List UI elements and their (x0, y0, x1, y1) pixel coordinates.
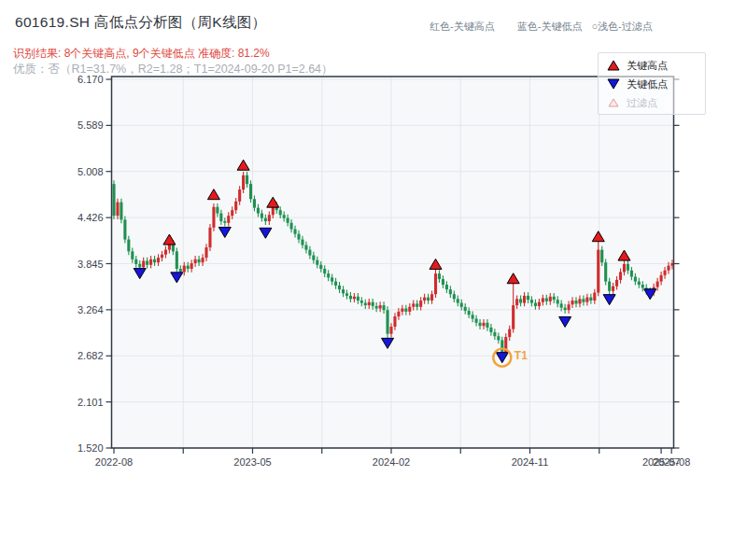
candle-body (615, 280, 618, 287)
y-tick-label: 2.101 (55, 396, 104, 409)
candle-body (453, 294, 456, 299)
candle-body (530, 300, 533, 302)
x-tick-label: 2025-08 (644, 455, 698, 469)
candle-body (138, 264, 141, 267)
quality-summary: 优质：否（R1=31.7%，R2=1.28；T1=2024-09-20 P1=2… (13, 62, 333, 77)
candle-body (585, 298, 588, 302)
candle-body (508, 329, 511, 337)
candle-body (179, 269, 182, 272)
candle-body (604, 262, 607, 281)
x-tick-label: 2023-05 (226, 455, 280, 469)
candle-body (568, 304, 571, 310)
candle-body (208, 228, 211, 247)
candle-body (212, 207, 215, 228)
candle-body (457, 299, 459, 302)
candle-body (634, 277, 637, 282)
candle-body (412, 303, 415, 306)
candle-body (219, 214, 222, 221)
candle-body (489, 328, 492, 332)
candle-body (534, 303, 537, 306)
candle-body (375, 306, 378, 309)
triangle-up-red-icon (607, 60, 620, 71)
candle-body (234, 202, 237, 210)
candle-body (194, 259, 197, 263)
candle-body (389, 327, 392, 334)
candle-body (338, 286, 341, 289)
y-tick-label: 4.426 (55, 211, 104, 224)
candle-body (589, 298, 592, 301)
candle-body (386, 310, 388, 333)
candle-body (630, 271, 633, 277)
candle-body (472, 315, 474, 318)
candle-body (542, 298, 544, 301)
candle-body (549, 297, 552, 301)
legend-item-key-high: 关键高点 (607, 56, 705, 75)
candle-body (323, 269, 326, 273)
candle-body (641, 285, 644, 287)
candle-body (308, 250, 311, 256)
triangle-down-blue-icon (607, 78, 620, 90)
y-tick-label: 3.845 (55, 258, 104, 271)
candle-body (449, 289, 452, 294)
candle-body (597, 250, 599, 293)
candle-body (519, 299, 522, 302)
candle-body (656, 282, 659, 287)
candle-body (478, 323, 481, 326)
candle-body (204, 247, 207, 258)
candle-body (408, 307, 411, 312)
candle-body (149, 259, 152, 265)
candle-body (445, 285, 448, 289)
candle-body (246, 175, 248, 184)
candle-body (497, 336, 500, 340)
candle-body (560, 303, 563, 307)
candle-body (578, 299, 581, 303)
legend-box: 关键高点 关键低点 过滤点 (598, 52, 706, 115)
triangle-up-light-icon (607, 97, 620, 108)
candle-body (416, 303, 418, 306)
candle-body (153, 259, 156, 262)
candle-body (404, 308, 407, 311)
candle-body (486, 323, 488, 328)
candle-body (663, 271, 666, 275)
candle-body (127, 240, 130, 252)
y-tick-label: 5.589 (55, 119, 104, 132)
candle-body (183, 266, 186, 273)
x-tick-label: 2024-11 (503, 455, 557, 469)
candle-body (253, 199, 256, 207)
candle-body (538, 302, 541, 306)
candle-body (523, 296, 526, 303)
candle-body (430, 294, 433, 301)
candle-body (312, 256, 315, 260)
candle-body (427, 298, 430, 301)
chart-figure: 601619.SH 高低点分析图（周K线图） 红色-关键高点 蓝色-关键低点 ○… (0, 0, 747, 560)
candle-body (116, 203, 119, 216)
legend-item-key-low: 关键低点 (607, 75, 705, 93)
candle-body (287, 218, 289, 223)
page-title: 601619.SH 高低点分析图（周K线图） (15, 13, 266, 33)
legend-label: 关键高点 (627, 59, 668, 73)
candle-body (316, 260, 318, 265)
candle-body (176, 251, 178, 269)
candle-body (493, 332, 496, 336)
x-tick-label: 2024-02 (364, 455, 418, 469)
candle-body (582, 299, 585, 301)
candle-body (482, 323, 485, 326)
candle-body (515, 299, 518, 305)
recognition-result: 识别结果: 8个关键高点, 9个关键低点 准确度: 81.2% (13, 46, 270, 62)
candle-body (231, 210, 233, 216)
candle-body (660, 275, 663, 282)
candle-body (242, 175, 245, 189)
candle-body (227, 216, 230, 223)
candle-body (112, 184, 115, 216)
candle-body (557, 300, 559, 303)
candle-body (593, 293, 596, 301)
candle-body (545, 298, 548, 301)
candle-body (564, 308, 567, 311)
candle-body (527, 296, 529, 300)
candle-body (619, 272, 622, 279)
candle-body (393, 316, 396, 327)
candle-body (460, 303, 463, 307)
candle-body (512, 305, 514, 329)
candle-body (574, 301, 577, 303)
candle-body (319, 265, 322, 269)
